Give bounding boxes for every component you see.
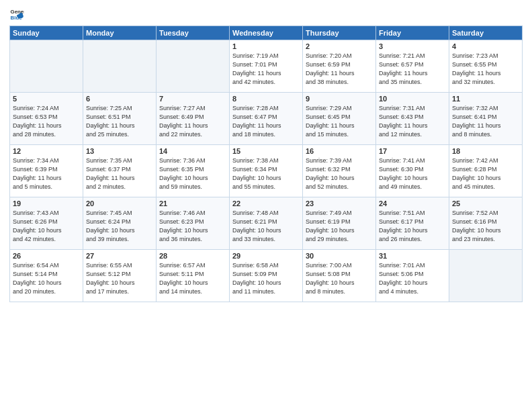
calendar-cell: 4Sunrise: 7:23 AM Sunset: 6:55 PM Daylig… [449, 40, 523, 93]
day-number: 30 [306, 252, 373, 260]
weekday-header-monday: Monday [83, 26, 157, 40]
weekday-header-tuesday: Tuesday [157, 26, 230, 40]
calendar-cell: 16Sunrise: 7:39 AM Sunset: 6:32 PM Dayli… [303, 145, 376, 197]
svg-text:Blue: Blue [11, 15, 23, 21]
logo: General Blue [9, 7, 26, 21]
day-info: Sunrise: 7:38 AM Sunset: 6:34 PM Dayligh… [232, 156, 300, 191]
calendar-cell: 5Sunrise: 7:24 AM Sunset: 6:53 PM Daylig… [10, 93, 83, 145]
calendar-cell: 17Sunrise: 7:41 AM Sunset: 6:30 PM Dayli… [376, 145, 449, 197]
day-info: Sunrise: 7:00 AM Sunset: 5:08 PM Dayligh… [306, 261, 373, 296]
day-info: Sunrise: 7:42 AM Sunset: 6:28 PM Dayligh… [452, 156, 519, 191]
day-number: 23 [306, 199, 373, 208]
day-number: 2 [306, 42, 373, 50]
day-info: Sunrise: 7:49 AM Sunset: 6:19 PM Dayligh… [306, 209, 373, 244]
calendar-cell: 26Sunrise: 6:54 AM Sunset: 5:14 PM Dayli… [10, 250, 83, 302]
day-number: 17 [379, 147, 446, 155]
day-info: Sunrise: 7:51 AM Sunset: 6:17 PM Dayligh… [379, 209, 446, 244]
weekday-header-wednesday: Wednesday [230, 26, 303, 40]
calendar-cell: 20Sunrise: 7:45 AM Sunset: 6:24 PM Dayli… [83, 197, 157, 250]
day-info: Sunrise: 7:24 AM Sunset: 6:53 PM Dayligh… [13, 104, 80, 139]
day-number: 28 [159, 252, 226, 260]
day-number: 6 [86, 95, 153, 103]
calendar-cell: 29Sunrise: 6:58 AM Sunset: 5:09 PM Dayli… [230, 250, 303, 302]
calendar-cell [10, 40, 83, 93]
calendar-week-2: 5Sunrise: 7:24 AM Sunset: 6:53 PM Daylig… [10, 93, 523, 145]
day-info: Sunrise: 7:28 AM Sunset: 6:47 PM Dayligh… [232, 104, 300, 139]
day-number: 9 [306, 95, 373, 103]
day-info: Sunrise: 6:54 AM Sunset: 5:14 PM Dayligh… [13, 261, 80, 296]
calendar-cell: 30Sunrise: 7:00 AM Sunset: 5:08 PM Dayli… [303, 250, 376, 302]
day-info: Sunrise: 7:36 AM Sunset: 6:35 PM Dayligh… [159, 156, 226, 191]
day-number: 24 [379, 199, 446, 208]
day-number: 15 [232, 147, 300, 155]
day-info: Sunrise: 7:45 AM Sunset: 6:24 PM Dayligh… [86, 209, 153, 244]
calendar-week-3: 12Sunrise: 7:34 AM Sunset: 6:39 PM Dayli… [10, 145, 523, 197]
day-info: Sunrise: 7:46 AM Sunset: 6:23 PM Dayligh… [159, 209, 226, 244]
calendar-cell: 1Sunrise: 7:19 AM Sunset: 7:01 PM Daylig… [230, 40, 303, 93]
day-info: Sunrise: 7:41 AM Sunset: 6:30 PM Dayligh… [379, 156, 446, 191]
calendar-cell [157, 40, 230, 93]
day-number: 22 [232, 199, 300, 208]
day-number: 11 [452, 95, 519, 103]
day-number: 16 [306, 147, 373, 155]
calendar-cell [83, 40, 157, 93]
calendar-cell [449, 250, 523, 302]
calendar-cell: 24Sunrise: 7:51 AM Sunset: 6:17 PM Dayli… [376, 197, 449, 250]
day-info: Sunrise: 7:25 AM Sunset: 6:51 PM Dayligh… [86, 104, 153, 139]
day-number: 18 [452, 147, 519, 155]
logo-icon: General Blue [9, 7, 24, 21]
calendar-cell: 14Sunrise: 7:36 AM Sunset: 6:35 PM Dayli… [157, 145, 230, 197]
day-info: Sunrise: 7:43 AM Sunset: 6:26 PM Dayligh… [13, 209, 80, 244]
calendar-cell: 27Sunrise: 6:55 AM Sunset: 5:12 PM Dayli… [83, 250, 157, 302]
day-number: 1 [232, 42, 300, 50]
day-number: 5 [13, 95, 80, 103]
calendar-cell: 25Sunrise: 7:52 AM Sunset: 6:16 PM Dayli… [449, 197, 523, 250]
day-number: 20 [86, 199, 153, 208]
calendar-cell: 10Sunrise: 7:31 AM Sunset: 6:43 PM Dayli… [376, 93, 449, 145]
day-info: Sunrise: 7:31 AM Sunset: 6:43 PM Dayligh… [379, 104, 446, 139]
day-info: Sunrise: 7:29 AM Sunset: 6:45 PM Dayligh… [306, 104, 373, 139]
day-info: Sunrise: 7:20 AM Sunset: 6:59 PM Dayligh… [306, 52, 373, 87]
day-info: Sunrise: 7:35 AM Sunset: 6:37 PM Dayligh… [86, 156, 153, 191]
calendar-cell: 13Sunrise: 7:35 AM Sunset: 6:37 PM Dayli… [83, 145, 157, 197]
day-info: Sunrise: 7:48 AM Sunset: 6:21 PM Dayligh… [232, 209, 300, 244]
calendar-week-5: 26Sunrise: 6:54 AM Sunset: 5:14 PM Dayli… [10, 250, 523, 302]
day-number: 13 [86, 147, 153, 155]
calendar-week-1: 1Sunrise: 7:19 AM Sunset: 7:01 PM Daylig… [10, 40, 523, 93]
day-number: 26 [13, 252, 80, 260]
day-number: 3 [379, 42, 446, 50]
weekday-header-friday: Friday [376, 26, 449, 40]
calendar-cell: 19Sunrise: 7:43 AM Sunset: 6:26 PM Dayli… [10, 197, 83, 250]
day-info: Sunrise: 6:55 AM Sunset: 5:12 PM Dayligh… [86, 261, 153, 296]
day-number: 8 [232, 95, 300, 103]
weekday-header-row: SundayMondayTuesdayWednesdayThursdayFrid… [10, 26, 523, 40]
day-info: Sunrise: 7:52 AM Sunset: 6:16 PM Dayligh… [452, 209, 519, 244]
header: General Blue [9, 7, 523, 21]
calendar-cell: 8Sunrise: 7:28 AM Sunset: 6:47 PM Daylig… [230, 93, 303, 145]
day-number: 19 [13, 199, 80, 208]
calendar-cell: 31Sunrise: 7:01 AM Sunset: 5:06 PM Dayli… [376, 250, 449, 302]
calendar-cell: 23Sunrise: 7:49 AM Sunset: 6:19 PM Dayli… [303, 197, 376, 250]
calendar-cell: 7Sunrise: 7:27 AM Sunset: 6:49 PM Daylig… [157, 93, 230, 145]
day-number: 10 [379, 95, 446, 103]
day-info: Sunrise: 7:32 AM Sunset: 6:41 PM Dayligh… [452, 104, 519, 139]
day-number: 12 [13, 147, 80, 155]
calendar-cell: 12Sunrise: 7:34 AM Sunset: 6:39 PM Dayli… [10, 145, 83, 197]
page-container: General Blue SundayMondayTuesdayWednesda… [0, 0, 532, 411]
calendar-week-4: 19Sunrise: 7:43 AM Sunset: 6:26 PM Dayli… [10, 197, 523, 250]
calendar-cell: 11Sunrise: 7:32 AM Sunset: 6:41 PM Dayli… [449, 93, 523, 145]
weekday-header-thursday: Thursday [303, 26, 376, 40]
day-info: Sunrise: 7:27 AM Sunset: 6:49 PM Dayligh… [159, 104, 226, 139]
weekday-header-sunday: Sunday [10, 26, 83, 40]
calendar-cell: 15Sunrise: 7:38 AM Sunset: 6:34 PM Dayli… [230, 145, 303, 197]
day-number: 7 [159, 95, 226, 103]
day-info: Sunrise: 7:23 AM Sunset: 6:55 PM Dayligh… [452, 52, 519, 87]
weekday-header-saturday: Saturday [449, 26, 523, 40]
calendar-cell: 18Sunrise: 7:42 AM Sunset: 6:28 PM Dayli… [449, 145, 523, 197]
day-number: 14 [159, 147, 226, 155]
day-info: Sunrise: 6:58 AM Sunset: 5:09 PM Dayligh… [232, 261, 300, 296]
day-info: Sunrise: 7:34 AM Sunset: 6:39 PM Dayligh… [13, 156, 80, 191]
calendar-cell: 2Sunrise: 7:20 AM Sunset: 6:59 PM Daylig… [303, 40, 376, 93]
day-number: 21 [159, 199, 226, 208]
day-number: 4 [452, 42, 519, 50]
